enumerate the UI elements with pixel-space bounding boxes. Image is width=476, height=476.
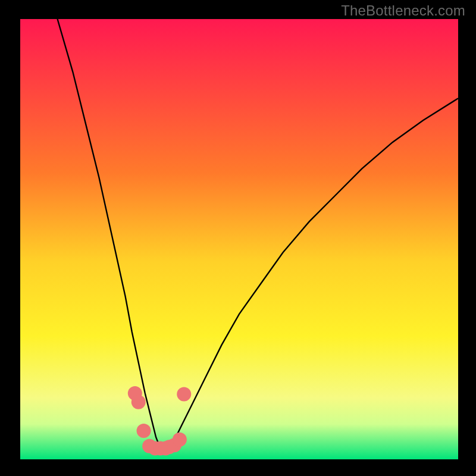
plot-background <box>20 19 458 459</box>
bottleneck-chart <box>0 0 476 476</box>
marker-point <box>177 387 191 401</box>
marker-point <box>173 433 187 447</box>
chart-frame: { "watermark": "TheBottleneck.com", "cha… <box>0 0 476 476</box>
watermark-text: TheBottleneck.com <box>341 2 465 19</box>
marker-point <box>137 424 151 438</box>
marker-point <box>131 395 146 409</box>
